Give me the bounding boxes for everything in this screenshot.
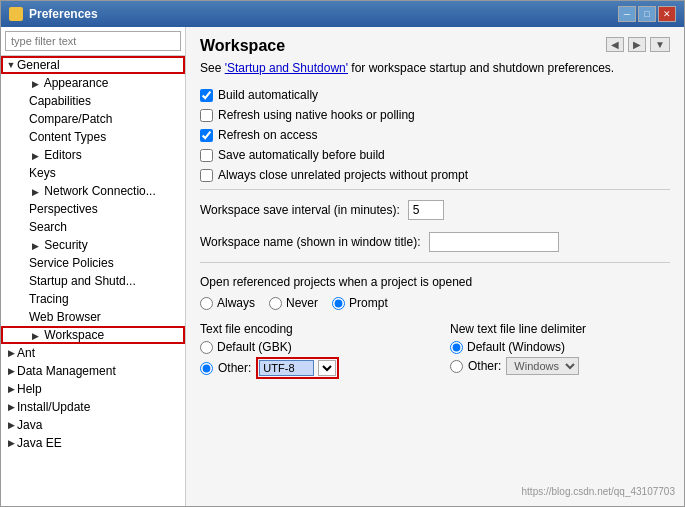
minimize-button[interactable]: ─	[618, 6, 636, 22]
sidebar-item-workspace-label: Workspace	[44, 328, 104, 342]
delimiter-dropdown[interactable]: Windows	[506, 357, 579, 375]
sidebar-item-keys-label: Keys	[29, 166, 56, 180]
forward-button[interactable]: ▶	[628, 37, 646, 52]
encoding-other-radio[interactable]	[200, 362, 213, 375]
sidebar-item-install-label: Install/Update	[17, 400, 90, 414]
title-bar: Preferences ─ □ ✕	[1, 1, 684, 27]
encoding-dropdown[interactable]: ▼	[318, 360, 336, 376]
arrow-network	[29, 187, 41, 197]
sidebar-item-help[interactable]: Help	[1, 380, 185, 398]
sidebar-item-content-types[interactable]: Content Types	[1, 128, 185, 146]
delimiter-other-label: Other:	[468, 359, 501, 373]
sidebar-item-startup-label: Startup and Shutd...	[29, 274, 136, 288]
content-area: General Appearance Capabilities Compare/…	[1, 27, 684, 506]
arrow-help	[5, 384, 17, 394]
arrow-data	[5, 366, 17, 376]
sidebar-item-capabilities-label: Capabilities	[29, 94, 91, 108]
sidebar-item-ant[interactable]: Ant	[1, 344, 185, 362]
sidebar-item-editors-label: Editors	[44, 148, 81, 162]
sidebar-item-compare-label: Compare/Patch	[29, 112, 112, 126]
sidebar-item-editors[interactable]: Editors	[1, 146, 185, 164]
delimiter-default-radio[interactable]	[450, 341, 463, 354]
watermark: https://blog.csdn.net/qq_43107703	[522, 486, 675, 497]
encoding-delimiter-row: Text file encoding Default (GBK) Other: …	[200, 322, 670, 382]
sidebar-item-search[interactable]: Search	[1, 218, 185, 236]
text-encoding-section: Text file encoding Default (GBK) Other: …	[200, 322, 420, 382]
radio-always[interactable]	[200, 297, 213, 310]
encoding-other-input[interactable]	[259, 360, 314, 376]
radio-always-text: Always	[217, 296, 255, 310]
dropdown-button[interactable]: ▼	[650, 37, 670, 52]
workspace-name-input[interactable]	[429, 232, 559, 252]
checkbox-save-before-build-label: Save automatically before build	[218, 148, 385, 162]
sidebar-item-tracing[interactable]: Tracing	[1, 290, 185, 308]
checkbox-refresh-access-input[interactable]	[200, 129, 213, 142]
open-referenced-label: Open referenced projects when a project …	[200, 275, 670, 289]
window-controls: ─ □ ✕	[618, 6, 676, 22]
sidebar-item-capabilities[interactable]: Capabilities	[1, 92, 185, 110]
sidebar-item-appearance[interactable]: Appearance	[1, 74, 185, 92]
encoding-default-radio[interactable]	[200, 341, 213, 354]
maximize-button[interactable]: □	[638, 6, 656, 22]
sidebar-item-network[interactable]: Network Connectio...	[1, 182, 185, 200]
encoding-other-label: Other:	[218, 361, 251, 375]
checkbox-refresh-native: Refresh using native hooks or polling	[200, 108, 670, 122]
sidebar-item-security[interactable]: Security	[1, 236, 185, 254]
description: See 'Startup and Shutdown' for workspace…	[200, 61, 670, 75]
sidebar-item-keys[interactable]: Keys	[1, 164, 185, 182]
sidebar-item-network-label: Network Connectio...	[44, 184, 155, 198]
sidebar-item-content-label: Content Types	[29, 130, 106, 144]
arrow-security	[29, 241, 41, 251]
left-panel: General Appearance Capabilities Compare/…	[1, 27, 186, 506]
radio-never[interactable]	[269, 297, 282, 310]
line-delimiter-section: New text file line delimiter Default (Wi…	[450, 322, 670, 382]
filter-input[interactable]	[5, 31, 181, 51]
description-suffix: for workspace startup and shutdown prefe…	[348, 61, 614, 75]
save-interval-row: Workspace save interval (in minutes):	[200, 200, 670, 220]
checkbox-save-before-build-input[interactable]	[200, 149, 213, 162]
sidebar-item-perspectives[interactable]: Perspectives	[1, 200, 185, 218]
sidebar-item-web-browser[interactable]: Web Browser	[1, 308, 185, 326]
delimiter-other-radio[interactable]	[450, 360, 463, 373]
sidebar-item-service-policies[interactable]: Service Policies	[1, 254, 185, 272]
right-panel: Workspace ◀ ▶ ▼ See 'Startup and Shutdow…	[186, 27, 684, 506]
checkbox-build-auto-input[interactable]	[200, 89, 213, 102]
sidebar-item-install-update[interactable]: Install/Update	[1, 398, 185, 416]
delimiter-default-row: Default (Windows)	[450, 340, 670, 354]
sidebar-item-java-ee-label: Java EE	[17, 436, 62, 450]
encoding-other-row: Other: ▼	[200, 357, 420, 379]
radio-prompt[interactable]	[332, 297, 345, 310]
save-interval-label: Workspace save interval (in minutes):	[200, 203, 400, 217]
sidebar-item-compare-patch[interactable]: Compare/Patch	[1, 110, 185, 128]
checkbox-close-unrelated-input[interactable]	[200, 169, 213, 182]
checkbox-close-unrelated-label: Always close unrelated projects without …	[218, 168, 468, 182]
checkbox-build-auto: Build automatically	[200, 88, 670, 102]
close-button[interactable]: ✕	[658, 6, 676, 22]
preferences-window: Preferences ─ □ ✕ General Appe	[0, 0, 685, 507]
checkbox-build-auto-label: Build automatically	[218, 88, 318, 102]
checkbox-refresh-native-input[interactable]	[200, 109, 213, 122]
sidebar-item-perspectives-label: Perspectives	[29, 202, 98, 216]
startup-shutdown-link[interactable]: 'Startup and Shutdown'	[225, 61, 348, 75]
sidebar-item-startup[interactable]: Startup and Shutd...	[1, 272, 185, 290]
delimiter-default-label: Default (Windows)	[467, 340, 565, 354]
radio-always-label: Always	[200, 296, 255, 310]
save-interval-input[interactable]	[408, 200, 444, 220]
sidebar-item-workspace[interactable]: Workspace	[1, 326, 185, 344]
sidebar-item-data-management[interactable]: Data Management	[1, 362, 185, 380]
sidebar-item-tracing-label: Tracing	[29, 292, 69, 306]
arrow-workspace	[29, 331, 41, 341]
title-bar-left: Preferences	[9, 7, 98, 21]
encoding-default-label: Default (GBK)	[217, 340, 292, 354]
radio-prompt-text: Prompt	[349, 296, 388, 310]
sidebar-item-java[interactable]: Java	[1, 416, 185, 434]
radio-never-text: Never	[286, 296, 318, 310]
sidebar-item-java-label: Java	[17, 418, 42, 432]
back-button[interactable]: ◀	[606, 37, 624, 52]
arrow-editors	[29, 151, 41, 161]
sidebar-item-search-label: Search	[29, 220, 67, 234]
sidebar-item-general[interactable]: General	[1, 56, 185, 74]
window-title: Preferences	[29, 7, 98, 21]
arrow-ant	[5, 348, 17, 358]
sidebar-item-java-ee[interactable]: Java EE	[1, 434, 185, 452]
